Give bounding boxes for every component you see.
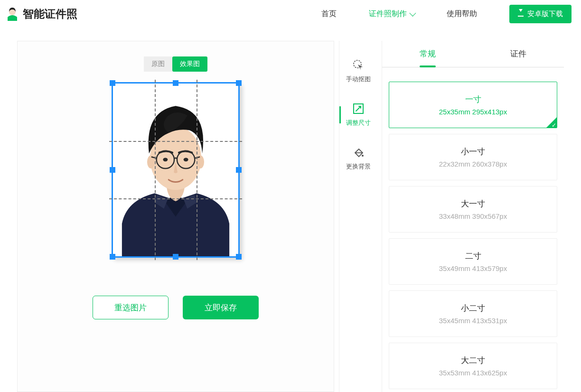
svg-point-13 [362,155,364,157]
toggle-original[interactable]: 原图 [144,56,172,72]
size-option[interactable]: 大二寸35x53mm 413x625px [389,343,557,389]
crop-guide [109,198,242,199]
photo-crop-frame[interactable] [112,82,240,258]
editor-actions: 重选图片 立即保存 [93,296,259,319]
crop-handle[interactable] [173,80,178,86]
size-tabs: 常规 证件 [382,41,564,67]
tool-manual-cutout[interactable]: 手动抠图 [339,49,377,93]
brand-block: 智能证件照 [7,7,77,21]
crop-handle[interactable] [110,80,115,86]
size-option[interactable]: 小二寸35x45mm 413x531px [389,290,557,337]
tool-label: 手动抠图 [346,75,371,84]
tab-regular[interactable]: 常规 [382,41,473,67]
tool-label: 更换背景 [346,162,371,171]
top-nav: 首页 证件照制作 使用帮助 安卓版下载 [321,5,572,23]
tool-change-background[interactable]: 更换背景 [339,137,377,180]
tab-certificate[interactable]: 证件 [473,41,564,67]
reselect-image-button[interactable]: 重选图片 [93,296,169,319]
crop-handle[interactable] [236,167,242,173]
size-option-title: 大二寸 [461,355,485,366]
tool-label: 调整尺寸 [346,119,371,127]
crop-guide [109,141,242,142]
chevron-down-icon [409,10,416,17]
size-option-dim: 25x35mm 295x413px [439,108,507,116]
save-button[interactable]: 立即保存 [183,296,259,319]
crop-guide [155,80,156,260]
cursor-select-icon [352,59,365,71]
tool-sidebar: 手动抠图 调整尺寸 更换背景 [339,41,377,392]
resize-icon [352,103,365,115]
crop-handle[interactable] [110,254,115,260]
size-option-title: 二寸 [465,251,481,261]
id-photo-preview [113,84,238,256]
app-header: 智能证件照 首页 证件照制作 使用帮助 安卓版下载 [0,0,581,28]
crop-guide [197,80,197,260]
tool-resize[interactable]: 调整尺寸 [339,93,377,137]
crop-handle[interactable] [236,254,242,260]
nav-help[interactable]: 使用帮助 [447,9,477,19]
size-option-title: 一寸 [465,94,481,105]
brand-title: 智能证件照 [23,7,77,21]
size-panel: 常规 证件 一寸25x35mm 295x413px小一寸22x32mm 260x… [382,41,564,392]
svg-point-9 [163,158,168,161]
view-toggle: 原图 效果图 [144,56,207,72]
nav-make[interactable]: 证件照制作 [369,9,414,19]
size-option[interactable]: 大一寸33x48mm 390x567px [389,186,557,233]
download-label: 安卓版下载 [527,9,563,19]
crop-handle[interactable] [236,80,242,86]
toggle-result[interactable]: 效果图 [172,56,207,72]
paint-bucket-icon [352,146,365,159]
editor-panel: 原图 效果图 [17,41,334,392]
size-option[interactable]: 小一寸22x32mm 260x378px [389,134,557,180]
size-option-dim: 35x53mm 413x625px [439,369,507,377]
size-option[interactable]: 二寸35x49mm 413x579px [389,238,557,285]
crop-handle[interactable] [110,167,115,173]
download-android-button[interactable]: 安卓版下载 [509,5,572,23]
nav-make-label: 证件照制作 [369,9,407,19]
size-option-title: 小一寸 [461,146,485,157]
size-option-title: 小二寸 [461,303,485,314]
main-area: 原图 效果图 [0,28,581,392]
size-option-dim: 22x32mm 260x378px [439,160,507,168]
brand-icon [7,7,18,21]
size-list: 一寸25x35mm 295x413px小一寸22x32mm 260x378px大… [382,67,564,389]
nav-home[interactable]: 首页 [321,9,337,19]
size-option-dim: 35x45mm 413x531px [439,317,507,325]
size-option-title: 大一寸 [461,198,485,209]
download-icon [518,11,524,17]
crop-handle[interactable] [173,254,178,260]
size-option-dim: 35x49mm 413x579px [439,264,507,272]
size-option[interactable]: 一寸25x35mm 295x413px [389,82,557,128]
size-option-dim: 33x48mm 390x567px [439,212,507,220]
svg-point-10 [184,158,188,161]
